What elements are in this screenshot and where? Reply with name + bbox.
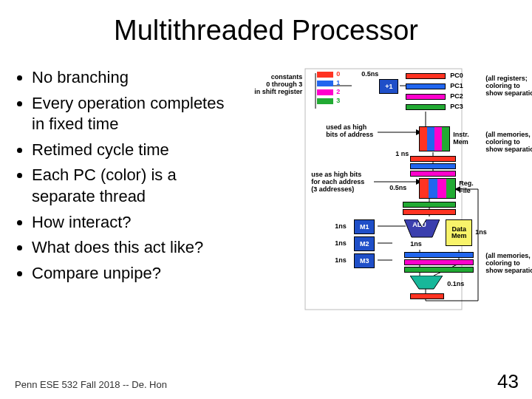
all-memories-label: (all memories, coloring to show separati… <box>485 131 532 153</box>
data-mem-box: Data Mem <box>446 219 472 246</box>
stage-reg-g <box>404 259 474 265</box>
processor-diagram: constants 0 through 3 in shift register … <box>245 67 519 311</box>
shift-label-2: 2 <box>336 88 340 95</box>
pc2-label: PC2 <box>450 92 463 100</box>
instr-mem-box <box>419 126 450 151</box>
footer-text: Penn ESE 532 Fall 2018 -- De. Hon <box>15 379 167 390</box>
pc2-reg <box>406 94 446 100</box>
label-1ns-m2: 1ns <box>335 239 347 247</box>
stage-reg-d <box>403 202 456 208</box>
list-item: How interact? <box>32 212 240 233</box>
label-1ns-dm: 1ns <box>475 228 487 236</box>
pc3-label: PC3 <box>450 103 463 110</box>
list-item: Each PC (color) is a separate thread <box>32 165 240 207</box>
all-memories-label-2: (all memories, coloring to show separati… <box>485 252 532 274</box>
m1-box: M1 <box>354 219 375 234</box>
stage-reg-e <box>403 209 456 215</box>
label-0-5ns-rf: 0.5ns <box>389 184 406 191</box>
bullet-list: No branching Every operation completes i… <box>13 67 240 288</box>
pc0-reg <box>406 73 446 79</box>
pc3-reg <box>406 104 446 110</box>
page-number: 43 <box>497 370 519 393</box>
shift-label-1: 1 <box>336 79 340 86</box>
alu-label: ALU <box>412 221 426 228</box>
m3-box: M3 <box>354 253 375 268</box>
pc1-reg <box>406 83 446 89</box>
stage-reg-h <box>404 267 474 273</box>
stage-reg-c <box>410 171 456 177</box>
stage-reg-i <box>410 293 444 299</box>
label-1ns-instr: 1 ns <box>395 150 409 157</box>
all-registers-label: (all registers; coloring to show separat… <box>485 75 532 97</box>
constants-label: constants 0 through 3 in shift register <box>242 73 302 95</box>
shift-label-0: 0 <box>336 70 340 78</box>
label-1ns-m3: 1ns <box>335 256 347 264</box>
list-item: Retimed cycle time <box>32 140 240 161</box>
reg-file-box <box>419 178 456 199</box>
shift-reg-0 <box>317 72 333 78</box>
stage-reg-b <box>410 163 456 169</box>
shift-label-3: 3 <box>336 97 340 104</box>
pc1-label: PC1 <box>450 82 463 89</box>
svg-marker-24 <box>410 276 443 289</box>
reg-file-label: Reg. File <box>459 180 474 194</box>
plus-one-box: +1 <box>379 79 398 94</box>
label-1ns-alu: 1ns <box>410 240 422 248</box>
instr-mem-label: Instr. Mem <box>453 131 469 146</box>
label-0-1ns: 0.1ns <box>447 280 464 287</box>
shift-reg-2 <box>317 89 333 95</box>
use-high-bits-label: use as high bits for each address (3 add… <box>311 171 364 193</box>
list-item: What does this act like? <box>32 237 240 259</box>
list-item: Compare unpipe? <box>32 263 240 284</box>
stage-reg-f <box>404 252 474 258</box>
shift-reg-3 <box>317 98 333 104</box>
diagram-wires <box>245 67 525 311</box>
stage-reg-a <box>410 156 456 162</box>
shift-reg-1 <box>317 81 333 86</box>
list-item: No branching <box>32 67 240 89</box>
label-1ns-m1: 1ns <box>335 222 347 230</box>
bottom-mux <box>410 276 443 290</box>
m2-box: M2 <box>354 236 375 251</box>
page-title: Multithreaded Processor <box>0 15 532 47</box>
pc0-label: PC0 <box>450 72 463 79</box>
list-item: Every operation completes in fixed time <box>32 93 240 135</box>
used-high-bits-label: used as high bits of address <box>326 123 373 138</box>
label-0-5ns-top: 0.5ns <box>361 70 378 78</box>
